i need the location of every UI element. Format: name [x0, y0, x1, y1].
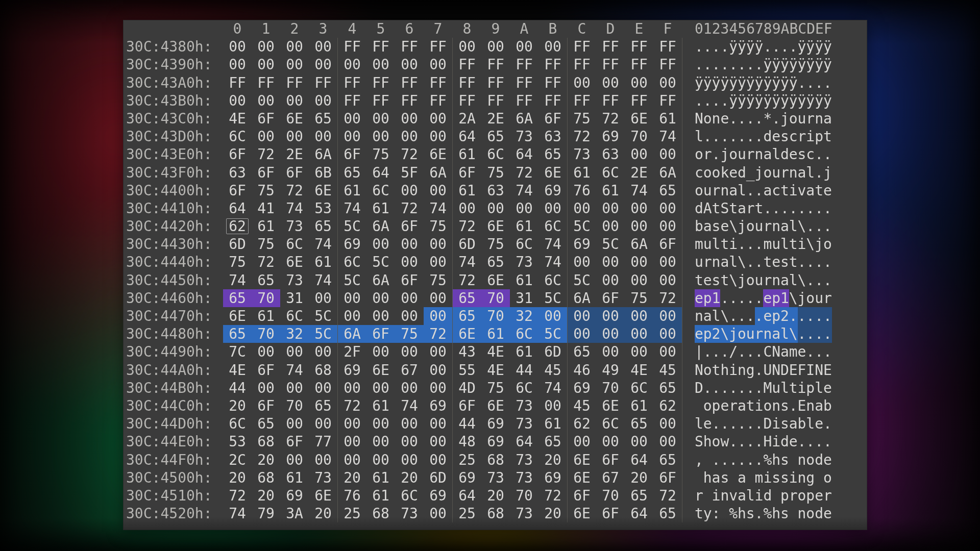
ascii-char[interactable]: . — [815, 307, 823, 325]
ascii-char[interactable]: a — [738, 199, 746, 217]
hex-byte[interactable]: 6F — [653, 235, 682, 253]
ascii-char[interactable]: d — [763, 128, 772, 145]
hex-byte[interactable]: 73 — [510, 469, 538, 487]
ascii-char[interactable]: o — [712, 164, 721, 182]
hex-byte[interactable]: 00 — [424, 433, 452, 450]
ascii-char[interactable]: . — [823, 199, 832, 217]
hex-byte[interactable]: 75 — [481, 235, 510, 253]
ascii-char[interactable]: . — [738, 415, 746, 433]
ascii-char[interactable]: ÿ — [763, 74, 772, 92]
hex-bytes[interactable]: 2C20000000000000256873206E6F6465 — [223, 451, 682, 469]
ascii-char[interactable]: e — [703, 271, 712, 289]
hex-byte[interactable]: 00 — [625, 343, 653, 361]
ascii-char[interactable]: s — [712, 271, 721, 289]
hex-byte[interactable]: FF — [510, 56, 538, 73]
hex-byte[interactable]: 2C — [223, 451, 252, 469]
hex-byte[interactable]: 00 — [280, 379, 309, 397]
hex-byte[interactable]: 61 — [625, 397, 653, 415]
ascii-char[interactable]: ÿ — [746, 74, 755, 92]
ascii-char[interactable]: t — [729, 199, 738, 217]
ascii-char[interactable]: \ — [720, 307, 729, 325]
ascii-char[interactable]: % — [763, 505, 772, 522]
hex-byte[interactable]: 61 — [510, 343, 538, 361]
hex-byte[interactable]: 00 — [338, 110, 366, 128]
ascii-char[interactable]: p — [703, 325, 712, 343]
hex-byte[interactable]: 25 — [338, 505, 366, 522]
ascii-cell[interactable]: base\journal\... — [682, 217, 832, 235]
hex-byte[interactable]: 68 — [366, 505, 395, 522]
ascii-char[interactable]: . — [720, 289, 729, 307]
hex-byte[interactable]: 44 — [453, 415, 481, 433]
ascii-char[interactable]: l — [695, 128, 703, 145]
ascii-char[interactable] — [729, 469, 738, 487]
ascii-char[interactable]: . — [755, 433, 764, 450]
ascii-char[interactable]: \ — [806, 235, 815, 253]
ascii-char[interactable]: j — [720, 145, 729, 163]
hex-byte[interactable]: 6E — [280, 253, 309, 271]
ascii-char[interactable]: u — [703, 182, 712, 199]
hex-byte[interactable]: 6C — [596, 415, 625, 433]
ascii-char[interactable]: \ — [789, 325, 798, 343]
hex-byte[interactable]: 65 — [568, 343, 596, 361]
ascii-char[interactable] — [746, 469, 755, 487]
ascii-char[interactable]: l — [772, 145, 780, 163]
hex-bytes[interactable]: 65703100000000006570315C6A6F7572 — [223, 289, 682, 307]
ascii-char[interactable]: a — [806, 182, 815, 199]
ascii-char[interactable]: . — [763, 199, 772, 217]
ascii-char[interactable]: . — [755, 415, 764, 433]
ascii-char[interactable]: . — [695, 92, 703, 110]
hex-byte[interactable]: 61 — [366, 199, 395, 217]
ascii-char[interactable]: . — [712, 379, 721, 397]
hex-row[interactable]: 30C:4410h:644174537461727400000000000000… — [123, 199, 867, 217]
ascii-char[interactable]: . — [755, 451, 764, 469]
hex-byte[interactable]: 6E — [568, 469, 596, 487]
ascii-char[interactable]: . — [755, 289, 764, 307]
hex-byte[interactable]: 6A — [568, 289, 596, 307]
hex-byte[interactable]: 20 — [223, 397, 252, 415]
hex-byte[interactable]: FF — [653, 92, 682, 110]
ascii-char[interactable]: ÿ — [755, 74, 764, 92]
ascii-char[interactable]: . — [746, 307, 755, 325]
hex-row[interactable]: 30C:44E0h:53686F770000000048696465000000… — [123, 433, 867, 450]
hex-bytes[interactable]: 626173655C6A6F75726E616C5C000000 — [223, 217, 682, 235]
hex-byte[interactable]: 00 — [338, 128, 366, 145]
hex-byte[interactable]: 65 — [453, 289, 481, 307]
ascii-char[interactable]: . — [806, 217, 815, 235]
hex-byte[interactable]: 00 — [424, 415, 452, 433]
ascii-char[interactable]: a — [738, 469, 746, 487]
ascii-cell[interactable]: |.../...CName... — [682, 343, 832, 361]
hex-byte[interactable]: 65 — [453, 307, 481, 325]
hex-byte[interactable]: 00 — [625, 307, 653, 325]
ascii-char[interactable]: e — [695, 325, 703, 343]
hex-byte[interactable]: 20 — [481, 487, 510, 505]
ascii-char[interactable]: . — [823, 253, 832, 271]
ascii-char[interactable]: . — [823, 271, 832, 289]
hex-byte[interactable]: 61 — [653, 110, 682, 128]
ascii-char[interactable]: l — [746, 487, 755, 505]
hex-byte[interactable]: 61 — [366, 397, 395, 415]
hex-byte[interactable]: FF — [223, 74, 252, 92]
hex-row[interactable]: 30C:4500h:206861732061206D697373696E6720… — [123, 469, 867, 487]
ascii-char[interactable]: . — [746, 110, 755, 128]
ascii-char[interactable]: . — [703, 128, 712, 145]
hex-byte[interactable]: 00 — [424, 56, 452, 73]
ascii-char[interactable]: ÿ — [798, 38, 806, 56]
ascii-char[interactable]: e — [823, 379, 832, 397]
hex-byte[interactable]: FF — [481, 74, 510, 92]
ascii-char[interactable]: u — [772, 235, 780, 253]
hex-byte[interactable]: 65 — [625, 415, 653, 433]
hex-byte[interactable]: 6C — [538, 217, 567, 235]
ascii-cell[interactable]: D.......Multiple — [682, 379, 832, 397]
hex-byte[interactable]: 00 — [596, 271, 625, 289]
ascii-char[interactable]: t — [789, 235, 798, 253]
ascii-char[interactable]: h — [703, 469, 712, 487]
ascii-char[interactable]: s — [780, 397, 789, 415]
hex-byte[interactable]: 74 — [223, 271, 252, 289]
hex-byte[interactable]: 31 — [510, 289, 538, 307]
hex-byte[interactable]: FF — [252, 74, 280, 92]
hex-byte[interactable]: 72 — [338, 397, 366, 415]
ascii-char[interactable]: c — [789, 128, 798, 145]
ascii-char[interactable]: : — [712, 505, 721, 522]
ascii-char[interactable]: . — [746, 415, 755, 433]
ascii-char[interactable]: n — [798, 505, 806, 522]
